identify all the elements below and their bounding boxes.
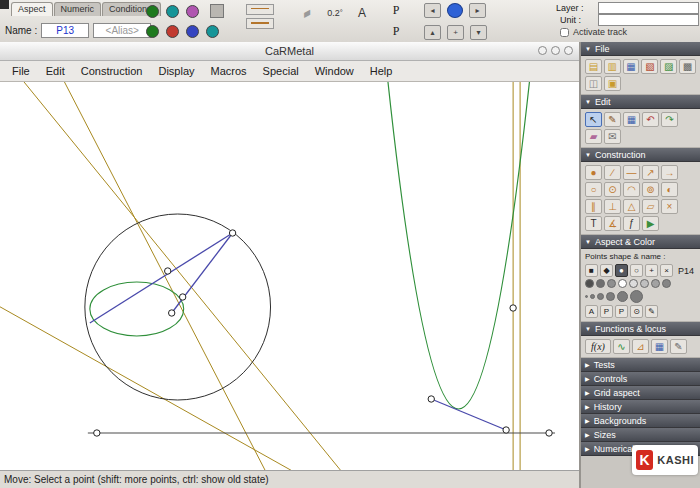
name-input[interactable] xyxy=(41,23,89,38)
point-size-dot[interactable] xyxy=(606,292,615,301)
label-position-button[interactable]: ▸ xyxy=(469,3,486,18)
section-history[interactable]: ▶History xyxy=(581,400,700,414)
green-ellipse[interactable] xyxy=(90,282,184,336)
point[interactable] xyxy=(503,427,509,433)
polygon-tool-icon[interactable]: △ xyxy=(623,199,640,214)
color-swatch[interactable] xyxy=(166,5,179,18)
more-colors-button[interactable] xyxy=(210,4,224,18)
menu-item-edit[interactable]: Edit xyxy=(38,63,73,79)
point[interactable] xyxy=(229,230,235,236)
label-position-button[interactable] xyxy=(447,3,463,18)
color-swatch[interactable] xyxy=(186,25,199,38)
section-edit[interactable]: ▼Edit xyxy=(581,95,700,109)
menu-item-construction[interactable]: Construction xyxy=(73,63,151,79)
segment-tool-icon[interactable]: — xyxy=(623,165,640,180)
unit-input[interactable] xyxy=(598,14,699,26)
line-thick-button[interactable] xyxy=(246,18,274,29)
save-icon[interactable]: ▦ xyxy=(623,59,640,74)
point-size-dot[interactable] xyxy=(590,294,595,299)
line-thin-button[interactable] xyxy=(246,4,274,15)
big-circle[interactable] xyxy=(85,214,271,400)
perpendicular-tool-icon[interactable]: ⊥ xyxy=(604,199,621,214)
tab-aspect[interactable]: Aspect xyxy=(11,2,53,16)
eraser-button[interactable]: ▰ xyxy=(296,3,318,22)
redo-icon[interactable]: ↷ xyxy=(661,112,678,127)
oblique-line-3[interactable] xyxy=(0,304,299,470)
point[interactable] xyxy=(510,305,516,311)
point[interactable] xyxy=(179,294,185,300)
shape-diamond-icon[interactable]: ◆ xyxy=(600,264,613,277)
window-close-button[interactable] xyxy=(564,46,573,55)
point-size-dot[interactable] xyxy=(630,290,643,303)
vector-tool-icon[interactable]: → xyxy=(661,165,678,180)
edit-label-icon[interactable]: ✎ xyxy=(645,305,658,318)
alias-input[interactable] xyxy=(93,23,151,38)
point-color-dot[interactable] xyxy=(585,279,594,288)
show-name-button-1[interactable]: P xyxy=(388,2,404,18)
shape-circle-icon[interactable]: ○ xyxy=(630,264,643,277)
color-swatch[interactable] xyxy=(146,25,159,38)
intersection-tool-icon[interactable]: × xyxy=(661,199,678,214)
show-name-button-2[interactable]: P xyxy=(388,23,404,39)
label-position-button[interactable]: + xyxy=(447,25,464,40)
point-color-dot[interactable] xyxy=(640,279,649,288)
parallel-tool-icon[interactable]: ∥ xyxy=(585,199,602,214)
point-size-dot[interactable] xyxy=(597,293,604,300)
segment-2[interactable] xyxy=(90,233,233,323)
label-p-alt-icon[interactable]: P xyxy=(615,305,628,318)
angle-step-button[interactable]: 0.2° xyxy=(320,3,350,22)
window-iconify-button[interactable] xyxy=(538,46,547,55)
point[interactable] xyxy=(94,430,100,436)
pencil-icon[interactable]: ✎ xyxy=(604,112,621,127)
color-swatch[interactable] xyxy=(146,5,159,18)
label-position-button[interactable]: ▾ xyxy=(470,25,487,40)
angle-tool-icon[interactable]: ∡ xyxy=(604,216,621,231)
section-functions-locus[interactable]: ▼Functions & locus xyxy=(581,322,700,336)
point-color-dot[interactable] xyxy=(662,279,671,288)
shape-dot-icon[interactable]: ● xyxy=(615,264,628,277)
tab-numeric[interactable]: Numeric xyxy=(54,2,102,16)
color-swatch[interactable] xyxy=(206,25,219,38)
menu-item-help[interactable]: Help xyxy=(362,63,401,79)
clipboard-icon[interactable]: ◫ xyxy=(585,76,602,91)
comment-icon[interactable]: ✉ xyxy=(604,129,621,144)
point-tool-icon[interactable]: ● xyxy=(585,165,602,180)
label-p-icon[interactable]: P xyxy=(600,305,613,318)
color-swatch[interactable] xyxy=(186,5,199,18)
line-tool-icon[interactable]: ∕ xyxy=(604,165,621,180)
window-maximize-button[interactable] xyxy=(551,46,560,55)
edit-function-icon[interactable]: ✎ xyxy=(670,339,687,354)
circle-radius-tool-icon[interactable]: ⊙ xyxy=(604,182,621,197)
fx-button[interactable]: f(x) xyxy=(585,339,611,354)
open-figure-icon[interactable]: ▥ xyxy=(604,59,621,74)
menu-item-window[interactable]: Window xyxy=(307,63,362,79)
point-color-dot[interactable] xyxy=(629,279,638,288)
point-size-dot[interactable] xyxy=(617,291,628,302)
quadrilateral-tool-icon[interactable]: ▱ xyxy=(642,199,659,214)
menu-item-display[interactable]: Display xyxy=(150,63,202,79)
section-backgrounds[interactable]: ▶Backgrounds xyxy=(581,414,700,428)
window-titlebar[interactable]: CaRMetal xyxy=(0,42,579,61)
curve-icon[interactable]: ∿ xyxy=(613,339,630,354)
function-curve[interactable] xyxy=(387,82,530,409)
shape-cross-icon[interactable]: × xyxy=(660,264,673,277)
section-controls[interactable]: ▶Controls xyxy=(581,372,700,386)
point-size-dot[interactable] xyxy=(585,295,588,298)
point-color-dot[interactable] xyxy=(651,279,660,288)
macros-folder-icon[interactable]: ▣ xyxy=(604,76,621,91)
eraser-tool-icon[interactable]: ▰ xyxy=(585,129,602,144)
shape-plus-icon[interactable]: + xyxy=(645,264,658,277)
point-color-dot[interactable] xyxy=(607,279,616,288)
section-sizes[interactable]: ▶Sizes xyxy=(581,428,700,442)
move-tool-icon[interactable]: ↖ xyxy=(585,112,602,127)
color-swatch[interactable] xyxy=(166,25,179,38)
point-color-dot[interactable] xyxy=(596,279,605,288)
export-html-icon[interactable]: ▧ xyxy=(641,59,658,74)
menu-item-file[interactable]: File xyxy=(4,63,38,79)
oblique-line-1[interactable] xyxy=(20,82,344,470)
geometry-canvas[interactable] xyxy=(0,82,579,470)
circle-3points-tool-icon[interactable]: ⊚ xyxy=(642,182,659,197)
section-file[interactable]: ▼File xyxy=(581,42,700,56)
macro-play-icon[interactable]: ▶ xyxy=(642,216,659,231)
undo-icon[interactable]: ↶ xyxy=(642,112,659,127)
